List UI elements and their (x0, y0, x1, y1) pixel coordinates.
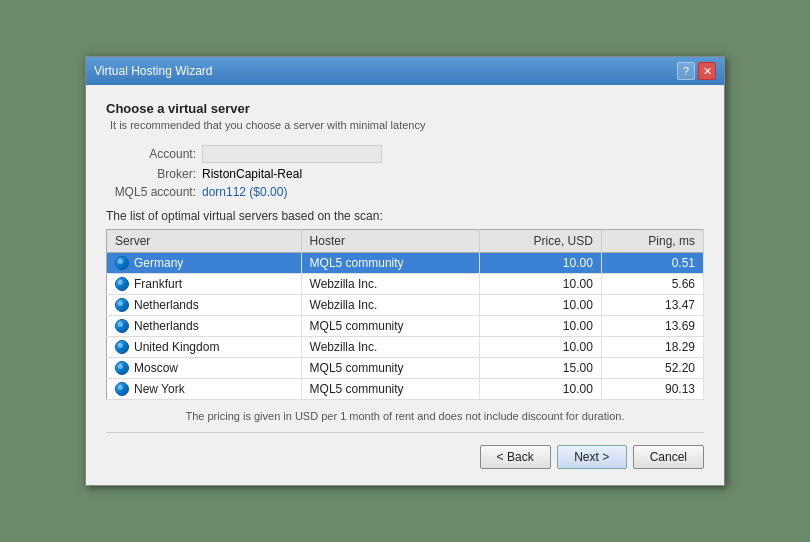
col-server: Server (107, 230, 302, 253)
back-button[interactable]: < Back (480, 445, 551, 469)
server-name-text: Netherlands (134, 319, 199, 333)
broker-label: Broker: (106, 167, 196, 181)
server-ping-cell: 5.66 (601, 274, 703, 295)
col-price: Price, USD (479, 230, 601, 253)
server-ping-cell: 13.47 (601, 295, 703, 316)
scan-label: The list of optimal virtual servers base… (106, 209, 704, 223)
server-icon (115, 298, 129, 312)
mql5-row: MQL5 account: dorn112 ($0.00) (106, 185, 704, 199)
server-name-text: Frankfurt (134, 277, 182, 291)
server-hoster-cell: MQL5 community (301, 316, 479, 337)
server-name-text: Germany (134, 256, 183, 270)
table-row[interactable]: GermanyMQL5 community10.000.51 (107, 253, 704, 274)
server-name-cell: Frankfurt (107, 274, 302, 295)
broker-row: Broker: RistonCapital-Real (106, 167, 704, 181)
server-ping-cell: 90.13 (601, 379, 703, 400)
server-name-text: Netherlands (134, 298, 199, 312)
server-icon (115, 340, 129, 354)
server-name-cell: New York (107, 379, 302, 400)
server-icon (115, 319, 129, 333)
server-table: Server Hoster Price, USD Ping, ms German… (106, 229, 704, 400)
server-price-cell: 10.00 (479, 274, 601, 295)
server-name-cell: Netherlands (107, 295, 302, 316)
col-hoster: Hoster (301, 230, 479, 253)
server-price-cell: 10.00 (479, 316, 601, 337)
server-ping-cell: 52.20 (601, 358, 703, 379)
server-ping-cell: 13.69 (601, 316, 703, 337)
col-ping: Ping, ms (601, 230, 703, 253)
server-icon (115, 382, 129, 396)
table-row[interactable]: NetherlandsWebzilla Inc.10.0013.47 (107, 295, 704, 316)
server-name-cell: Netherlands (107, 316, 302, 337)
server-price-cell: 10.00 (479, 337, 601, 358)
server-hoster-cell: MQL5 community (301, 253, 479, 274)
server-hoster-cell: MQL5 community (301, 358, 479, 379)
table-row[interactable]: NetherlandsMQL5 community10.0013.69 (107, 316, 704, 337)
server-price-cell: 10.00 (479, 379, 601, 400)
account-value (202, 145, 382, 163)
account-label: Account: (106, 147, 196, 161)
server-name-text: Moscow (134, 361, 178, 375)
table-row[interactable]: MoscowMQL5 community15.0052.20 (107, 358, 704, 379)
server-name-cell: Moscow (107, 358, 302, 379)
server-name-text: New York (134, 382, 185, 396)
server-hoster-cell: Webzilla Inc. (301, 274, 479, 295)
section-title: Choose a virtual server (106, 101, 704, 116)
server-ping-cell: 18.29 (601, 337, 703, 358)
server-list: GermanyMQL5 community10.000.51FrankfurtW… (107, 253, 704, 400)
mql5-label: MQL5 account: (106, 185, 196, 199)
server-price-cell: 10.00 (479, 253, 601, 274)
section-subtitle: It is recommended that you choose a serv… (106, 119, 704, 131)
virtual-hosting-dialog: Virtual Hosting Wizard ? ✕ Choose a virt… (85, 56, 725, 486)
table-header-row: Server Hoster Price, USD Ping, ms (107, 230, 704, 253)
account-row: Account: (106, 145, 704, 163)
server-hoster-cell: MQL5 community (301, 379, 479, 400)
dialog-wrapper: Virtual Hosting Wizard ? ✕ Choose a virt… (85, 56, 725, 486)
server-hoster-cell: Webzilla Inc. (301, 295, 479, 316)
dialog-body: Choose a virtual server It is recommende… (86, 85, 724, 485)
broker-value: RistonCapital-Real (202, 167, 302, 181)
cancel-button[interactable]: Cancel (633, 445, 704, 469)
server-icon (115, 277, 129, 291)
server-name-cell: United Kingdom (107, 337, 302, 358)
table-row[interactable]: New YorkMQL5 community10.0090.13 (107, 379, 704, 400)
title-bar: Virtual Hosting Wizard ? ✕ (86, 57, 724, 85)
table-row[interactable]: United KingdomWebzilla Inc.10.0018.29 (107, 337, 704, 358)
table-row[interactable]: FrankfurtWebzilla Inc.10.005.66 (107, 274, 704, 295)
divider (106, 432, 704, 433)
server-name-cell: Germany (107, 253, 302, 274)
close-button[interactable]: ✕ (698, 62, 716, 80)
server-price-cell: 15.00 (479, 358, 601, 379)
server-ping-cell: 0.51 (601, 253, 703, 274)
server-price-cell: 10.00 (479, 295, 601, 316)
next-button[interactable]: Next > (557, 445, 627, 469)
dialog-title: Virtual Hosting Wizard (94, 64, 213, 78)
server-name-text: United Kingdom (134, 340, 219, 354)
button-row: < Back Next > Cancel (106, 441, 704, 473)
server-icon (115, 256, 129, 270)
title-bar-buttons: ? ✕ (677, 62, 716, 80)
server-hoster-cell: Webzilla Inc. (301, 337, 479, 358)
mql5-value: dorn112 ($0.00) (202, 185, 287, 199)
pricing-note: The pricing is given in USD per 1 month … (106, 410, 704, 422)
server-icon (115, 361, 129, 375)
help-button[interactable]: ? (677, 62, 695, 80)
